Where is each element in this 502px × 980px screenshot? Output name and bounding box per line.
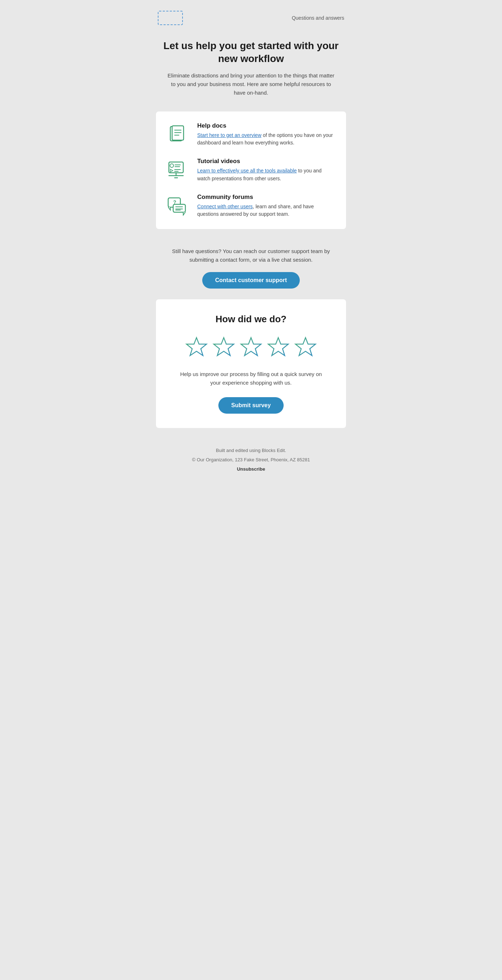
support-section: Still have questions? You can reach our … [151, 240, 351, 299]
svg-marker-21 [186, 338, 207, 356]
svg-marker-24 [268, 338, 288, 356]
star-rating[interactable] [167, 336, 335, 360]
resource-item-tutorial-videos: Tutorial videos Learn to effectively use… [167, 158, 335, 183]
star-3[interactable] [239, 336, 263, 360]
unsubscribe-link[interactable]: Unsubscribe [237, 466, 265, 472]
resource-body-help-docs: Start here to get an overview of the opt… [197, 132, 335, 147]
community-forums-icon: ? [167, 195, 190, 218]
resource-content-tutorial-videos: Tutorial videos Learn to effectively use… [197, 158, 335, 183]
help-docs-link[interactable]: Start here to get an overview [197, 132, 261, 138]
hero-title: Let us help you get started with your ne… [161, 40, 341, 65]
community-forums-link[interactable]: Connect with other users [197, 204, 253, 209]
star-4[interactable] [266, 336, 290, 360]
svg-rect-16 [173, 204, 185, 212]
resources-card: Help docs Start here to get an overview … [156, 111, 346, 229]
svg-text:?: ? [173, 199, 177, 205]
resource-body-tutorial-videos: Learn to effectively use all the tools a… [197, 167, 335, 183]
contact-support-button[interactable]: Contact customer support [202, 272, 300, 288]
logo-placeholder [158, 11, 183, 25]
rating-card: How did we do? [156, 299, 346, 428]
resource-body-community-forums: Connect with other users, learn and shar… [197, 203, 335, 218]
footer-built-by: Built and edited using Blocks Edit. [161, 446, 341, 455]
star-5[interactable] [293, 336, 318, 360]
resource-item-community-forums: ? Community forums Connect with other us… [167, 194, 335, 218]
support-description: Still have questions? You can reach our … [161, 247, 341, 264]
email-container: Questions and answers Let us help you ge… [151, 0, 351, 980]
resource-title-community-forums: Community forums [197, 194, 335, 201]
tutorial-videos-link[interactable]: Learn to effectively use all the tools a… [197, 168, 297, 173]
resource-item-help-docs: Help docs Start here to get an overview … [167, 122, 335, 147]
hero-section: Let us help you get started with your ne… [151, 32, 351, 108]
hero-description: Eliminate distractions and bring your at… [165, 71, 337, 97]
nav-label: Questions and answers [292, 15, 344, 21]
svg-marker-23 [241, 338, 261, 356]
tutorial-videos-icon [167, 159, 190, 182]
svg-point-6 [170, 164, 174, 167]
footer: Built and edited using Blocks Edit. © Ou… [151, 439, 351, 481]
submit-survey-button[interactable]: Submit survey [218, 397, 284, 414]
resource-title-help-docs: Help docs [197, 122, 335, 129]
resource-title-tutorial-videos: Tutorial videos [197, 158, 335, 165]
star-1[interactable] [184, 336, 209, 360]
svg-marker-25 [295, 338, 316, 356]
svg-marker-22 [214, 338, 234, 356]
star-2[interactable] [212, 336, 236, 360]
footer-copyright: © Our Organization, 123 Fake Street, Pho… [161, 455, 341, 465]
rating-description: Help us improve our process by filling o… [176, 370, 326, 387]
header: Questions and answers [151, 7, 351, 32]
rating-title: How did we do? [167, 313, 335, 325]
help-docs-icon [167, 124, 190, 146]
resource-content-help-docs: Help docs Start here to get an overview … [197, 122, 335, 147]
resource-content-community-forums: Community forums Connect with other user… [197, 194, 335, 218]
